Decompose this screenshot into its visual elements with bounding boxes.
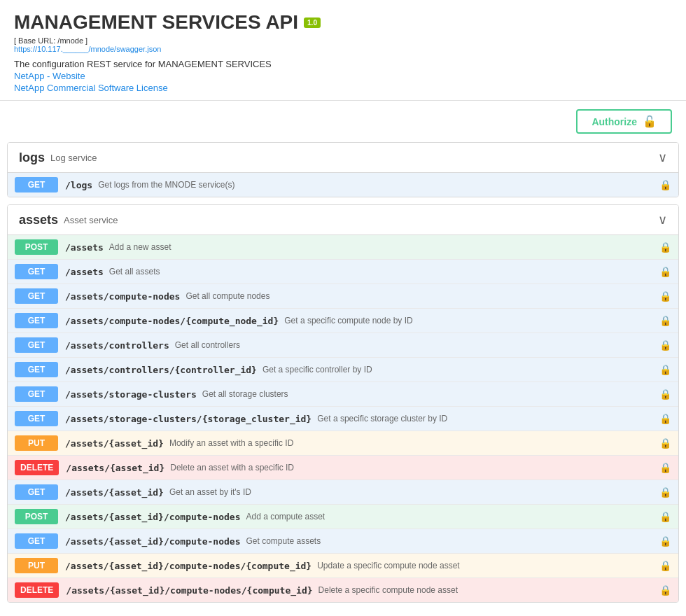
endpoint-path-assets-0: /assets (65, 242, 104, 253)
endpoint-row-assets-7[interactable]: GET /assets/storage-clusters/{storage_cl… (8, 407, 678, 431)
endpoint-row-assets-4[interactable]: GET /assets/controllers Get all controll… (8, 333, 678, 358)
endpoint-row-assets-9[interactable]: DELETE /assets/{asset_id} Delete an asse… (8, 456, 678, 480)
endpoint-lock-assets-2: 🔒 (659, 290, 671, 302)
endpoint-path-assets-13: /assets/{asset_id}/compute-nodes/{comput… (65, 561, 312, 571)
endpoint-lock-assets-13: 🔒 (659, 560, 671, 571)
endpoint-row-assets-6[interactable]: GET /assets/storage-clusters Get all sto… (8, 382, 678, 407)
section-desc-logs: Log service (50, 153, 97, 163)
endpoint-lock-logs-0: 🔒 (659, 179, 671, 190)
endpoint-summary-assets-2: Get all compute nodes (186, 291, 659, 301)
method-badge-assets-12: GET (15, 533, 58, 549)
chevron-icon-assets: ∨ (658, 212, 667, 227)
chevron-icon-logs: ∨ (658, 150, 667, 165)
endpoint-row-assets-2[interactable]: GET /assets/compute-nodes Get all comput… (8, 284, 678, 309)
api-title: MANAGEMENT SERVICES API (14, 11, 298, 34)
netapp-license-link[interactable]: NetApp Commercial Software License (14, 83, 672, 93)
title-row: MANAGEMENT SERVICES API 1.0 (14, 11, 672, 34)
version-badge: 1.0 (304, 18, 321, 28)
endpoint-path-assets-9: /assets/{asset_id} (66, 463, 164, 473)
endpoint-summary-assets-0: Add a new asset (109, 242, 659, 252)
endpoint-lock-assets-14: 🔒 (659, 584, 671, 596)
method-badge-assets-0: POST (15, 239, 58, 255)
endpoint-lock-assets-6: 🔒 (659, 388, 671, 400)
endpoint-path-assets-12: /assets/{asset_id}/compute-nodes (65, 536, 240, 547)
sections-container: logs Log service ∨ GET /logs Get logs fr… (0, 142, 686, 603)
endpoint-path-assets-2: /assets/compute-nodes (65, 291, 180, 302)
authorize-label: Authorize (592, 116, 637, 127)
endpoint-lock-assets-4: 🔒 (659, 340, 671, 351)
endpoint-path-assets-8: /assets/{asset_id} (65, 438, 164, 449)
endpoint-path-assets-4: /assets/controllers (65, 340, 169, 351)
authorize-button[interactable]: Authorize 🔓 (576, 109, 672, 134)
section-assets: assets Asset service ∨ POST /assets Add … (7, 204, 679, 603)
endpoint-summary-assets-1: Get all assets (109, 267, 659, 276)
api-description: The configuration REST service for MANAG… (14, 59, 672, 69)
endpoint-lock-assets-9: 🔒 (659, 462, 671, 473)
endpoint-row-assets-5[interactable]: GET /assets/controllers/{controller_id} … (8, 358, 678, 382)
method-badge-assets-7: GET (15, 411, 58, 426)
section-header-assets[interactable]: assets Asset service ∨ (8, 205, 678, 235)
base-url: [ Base URL: /mnode ] https://10.117.____… (14, 36, 672, 53)
method-badge-assets-14: DELETE (15, 582, 59, 598)
endpoint-lock-assets-7: 🔒 (659, 413, 671, 424)
authorize-bar: Authorize 🔓 (0, 101, 686, 142)
endpoint-path-assets-6: /assets/storage-clusters (65, 389, 197, 400)
endpoint-lock-assets-11: 🔒 (659, 511, 671, 522)
endpoint-lock-assets-3: 🔒 (659, 315, 671, 326)
endpoint-summary-assets-11: Add a compute asset (246, 512, 659, 522)
endpoint-summary-assets-9: Delete an asset with a specific ID (170, 463, 659, 472)
endpoint-summary-assets-14: Delete a specific compute node asset (318, 585, 659, 595)
section-header-logs[interactable]: logs Log service ∨ (8, 143, 678, 173)
section-name-logs: logs (19, 150, 45, 165)
endpoint-row-assets-11[interactable]: POST /assets/{asset_id}/compute-nodes Ad… (8, 505, 678, 529)
endpoint-lock-assets-10: 🔒 (659, 486, 671, 498)
endpoint-row-assets-1[interactable]: GET /assets Get all assets 🔒 (8, 260, 678, 284)
endpoint-path-assets-14: /assets/{asset_id}/compute-nodes/{comput… (66, 585, 312, 596)
endpoint-summary-assets-10: Get an asset by it's ID (169, 487, 659, 497)
endpoint-row-assets-13[interactable]: PUT /assets/{asset_id}/compute-nodes/{co… (8, 554, 678, 578)
endpoint-lock-assets-12: 🔒 (659, 536, 671, 547)
endpoint-path-assets-1: /assets (65, 267, 104, 277)
api-links: NetApp - Website NetApp Commercial Softw… (14, 71, 672, 93)
method-badge-assets-11: POST (15, 509, 58, 524)
method-badge-assets-9: DELETE (15, 460, 59, 475)
endpoint-summary-assets-4: Get all controllers (175, 340, 659, 350)
method-badge-assets-3: GET (15, 313, 58, 328)
endpoint-row-logs-0[interactable]: GET /logs Get logs from the MNODE servic… (8, 173, 678, 197)
endpoint-row-assets-14[interactable]: DELETE /assets/{asset_id}/compute-nodes/… (8, 578, 678, 602)
endpoint-path-assets-10: /assets/{asset_id} (65, 487, 164, 498)
method-badge-assets-5: GET (15, 362, 58, 377)
endpoint-row-assets-3[interactable]: GET /assets/compute-nodes/{compute_node_… (8, 309, 678, 333)
lock-icon: 🔓 (643, 115, 657, 128)
endpoint-row-assets-10[interactable]: GET /assets/{asset_id} Get an asset by i… (8, 480, 678, 505)
section-desc-assets: Asset service (64, 215, 118, 225)
endpoint-row-assets-12[interactable]: GET /assets/{asset_id}/compute-nodes Get… (8, 529, 678, 554)
endpoint-summary-assets-12: Get compute assets (246, 536, 659, 546)
endpoint-summary-assets-8: Modify an asset with a specific ID (169, 438, 659, 448)
method-badge-assets-1: GET (15, 264, 58, 279)
method-badge-assets-6: GET (15, 386, 58, 402)
endpoint-lock-assets-5: 🔒 (659, 364, 671, 375)
endpoint-summary-assets-5: Get a specific controller by ID (262, 365, 659, 374)
endpoint-path-assets-5: /assets/controllers/{controller_id} (65, 365, 257, 375)
section-title-logs: logs Log service (19, 150, 97, 165)
endpoint-lock-assets-8: 🔒 (659, 438, 671, 449)
section-title-assets: assets Asset service (19, 213, 118, 227)
endpoint-path-assets-3: /assets/compute-nodes/{compute_node_id} (65, 316, 279, 326)
method-badge-assets-2: GET (15, 288, 58, 304)
endpoint-row-assets-0[interactable]: POST /assets Add a new asset 🔒 (8, 235, 678, 260)
api-header: MANAGEMENT SERVICES API 1.0 [ Base URL: … (0, 0, 686, 101)
netapp-website-link[interactable]: NetApp - Website (14, 71, 672, 81)
endpoint-row-assets-8[interactable]: PUT /assets/{asset_id} Modify an asset w… (8, 431, 678, 456)
endpoint-lock-assets-0: 🔒 (659, 241, 671, 253)
endpoint-summary-assets-7: Get a specific storage cluster by ID (317, 414, 659, 424)
endpoint-path-assets-7: /assets/storage-clusters/{storage_cluste… (65, 414, 312, 424)
swagger-link[interactable]: https://10.117.______/mnode/swagger.json (14, 45, 161, 53)
endpoint-summary-assets-13: Update a specific compute node asset (317, 561, 659, 570)
method-badge-logs-0: GET (15, 177, 58, 192)
endpoint-path-assets-11: /assets/{asset_id}/compute-nodes (65, 512, 240, 522)
method-badge-assets-8: PUT (15, 435, 58, 451)
method-badge-assets-10: GET (15, 484, 58, 500)
method-badge-assets-4: GET (15, 337, 58, 353)
section-name-assets: assets (19, 213, 58, 227)
